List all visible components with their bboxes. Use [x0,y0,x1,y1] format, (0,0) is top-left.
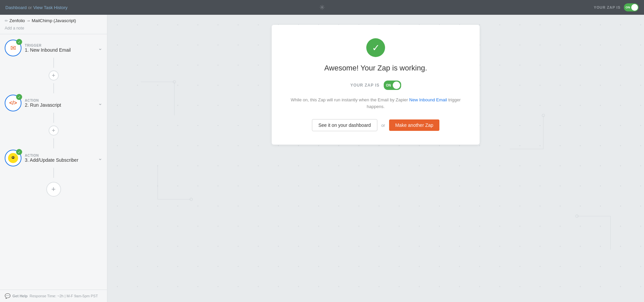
topnav-or: or [28,5,32,10]
step-icon-action1[interactable]: </> ✓ [5,95,21,111]
action1-chevron-icon[interactable]: ⌄ [98,100,102,106]
make-another-zap-button[interactable]: Make another Zap [389,119,439,131]
step-icon-trigger[interactable]: ✉ ✓ [5,40,21,56]
svg-point-8 [13,157,14,157]
connector-1 [53,58,54,68]
step-content-trigger: TRIGGER 1. New Inbound Email [25,44,95,53]
step-content-action2: ACTION 3. Add/Update Subscriber [25,154,95,163]
action1-type-label: ACTION [25,99,95,102]
breadcrumb-text: Zenfolio → MailChimp (Javascript) [9,18,76,23]
action-row: See it on your dashboard or Make another… [288,119,463,131]
global-zap-toggle[interactable]: ON [624,3,639,11]
step-content-action1: ACTION 2. Run Javascript [25,99,95,108]
topnav-left: Dashboard or View Task History [5,5,67,10]
main-layout: ✏ Zenfolio → MailChimp (Javascript) Add … [0,15,644,302]
trigger-title: 1. New Inbound Email [25,47,95,53]
mailchimp-icon [8,153,18,163]
topnav-right: YOUR ZAP IS ON [594,3,639,11]
connector-3 [53,113,54,123]
toggle-on-label: ON [626,6,630,9]
trigger-chevron-icon[interactable]: ⌄ [98,45,102,51]
zap-toggle[interactable]: ON [384,81,401,90]
success-title: Awesome! Your Zap is working. [288,64,463,72]
success-description: While on, this Zap will run instantly wh… [288,97,463,110]
zap-status-row: YOUR ZAP IS ON [288,81,463,90]
content-area: ✓ Awesome! Your Zap is working. YOUR ZAP… [107,15,644,302]
zap-is-label: YOUR ZAP IS [594,5,621,9]
trigger-check-badge: ✓ [16,39,22,45]
sidebar: ✏ Zenfolio → MailChimp (Javascript) Add … [0,15,107,302]
email-icon: ✉ [10,44,16,52]
add-note-link[interactable]: Add a note [0,25,107,34]
toggle-knob [631,4,638,11]
zap-status-label: YOUR ZAP IS [350,83,379,88]
get-help-label[interactable]: Get Help [12,294,28,298]
see-dashboard-button[interactable]: See it on your dashboard [312,119,377,131]
connector-4 [53,138,54,148]
add-step-button[interactable]: + [46,182,61,197]
action2-check-badge: ✓ [16,149,22,155]
action1-title: 2. Run Javascript [25,102,95,108]
action-or-text: or [381,123,385,128]
snowflake-icon: ✳ [319,4,325,11]
action2-type-label: ACTION [25,154,95,157]
edit-icon: ✏ [5,18,8,23]
trigger-type-label: TRIGGER [25,44,95,47]
add-between-btn-2[interactable]: + [49,125,59,136]
action1-check-badge: ✓ [16,94,22,100]
view-task-history-link[interactable]: View Task History [33,5,67,10]
success-check-icon: ✓ [366,38,385,57]
step-item-action1: </> ✓ ACTION 2. Run Javascript ⌄ [5,95,102,111]
step-item-trigger: ✉ ✓ TRIGGER 1. New Inbound Email ⌄ [5,40,102,56]
action2-title: 3. Add/Update Subscriber [25,157,95,163]
step-list: ✉ ✓ TRIGGER 1. New Inbound Email ⌄ + [0,34,107,290]
zap-toggle-knob [393,82,400,89]
svg-point-7 [12,157,13,157]
add-between-btn-1[interactable]: + [49,70,59,81]
connector-2 [53,83,54,93]
topnav: Dashboard or View Task History ✳ YOUR ZA… [0,0,644,15]
zap-toggle-label: ON [386,84,391,87]
action2-chevron-icon[interactable]: ⌄ [98,155,102,161]
step-item-action2: ✓ ACTION 3. Add/Update Subscriber ⌄ [5,150,102,166]
sidebar-footer: 💬 Get Help Response Time: ~2h | M-F 9am-… [0,290,107,302]
step-icon-action2[interactable]: ✓ [5,150,21,166]
trigger-link[interactable]: New Inbound Email [409,97,447,102]
connector-5 [53,168,54,178]
dashboard-link[interactable]: Dashboard [5,5,27,10]
chat-icon: 💬 [5,293,10,299]
response-time-text: Response Time: ~2h | M-F 9am-5pm PST [30,294,98,298]
topnav-center: ✳ [319,3,325,11]
breadcrumb: ✏ Zenfolio → MailChimp (Javascript) [0,15,107,25]
code-icon: </> [9,100,17,106]
success-card: ✓ Awesome! Your Zap is working. YOUR ZAP… [272,25,480,145]
